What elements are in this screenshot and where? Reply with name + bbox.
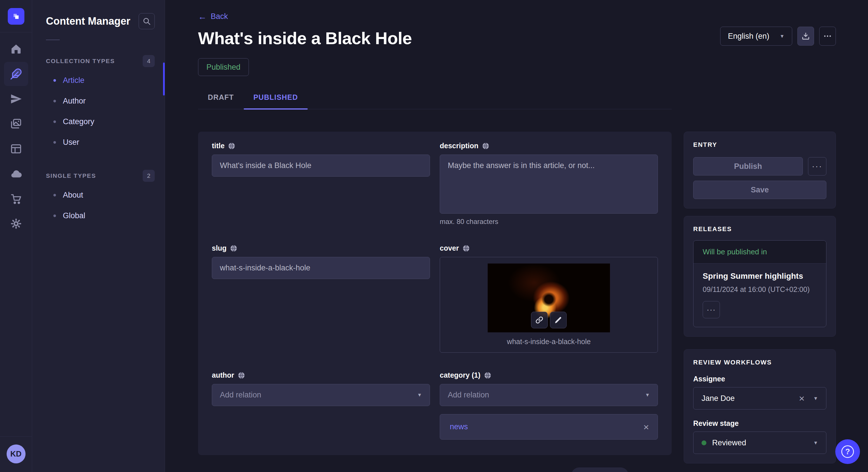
- globe-icon: [482, 142, 489, 150]
- entry-panel-title: ENTRY: [693, 141, 826, 148]
- strapi-logo[interactable]: [8, 8, 24, 25]
- side-panel-column: ENTRY Publish ··· Save RELEASES Will be …: [684, 132, 836, 463]
- category-placeholder: Add relation: [448, 391, 489, 400]
- locale-value: English (en): [728, 32, 769, 41]
- media-library-icon[interactable]: [8, 116, 24, 132]
- assignee-combobox[interactable]: Jane Doe × ▼: [693, 387, 826, 409]
- field-description: description Maybe the answer is in this …: [440, 142, 658, 226]
- cover-filename: what-s-inside-a-black-hole: [507, 338, 591, 346]
- sidebar-item-label: Global: [63, 211, 85, 220]
- single-types-section: SINGLE TYPES 2 About Global: [46, 170, 155, 226]
- slug-label: slug: [212, 244, 226, 252]
- bullet-icon: [53, 194, 56, 196]
- globe-icon: [484, 372, 491, 379]
- field-author: author Add relation ▼: [212, 371, 430, 440]
- header-more-button[interactable]: [819, 27, 836, 45]
- field-category: category (1) Add relation ▼ news ×: [440, 371, 658, 440]
- sidebar-item-label: Category: [63, 117, 94, 126]
- sidebar-divider: [46, 40, 60, 40]
- back-label: Back: [211, 12, 228, 21]
- category-relation-combobox[interactable]: Add relation ▼: [440, 384, 658, 406]
- author-placeholder: Add relation: [220, 391, 261, 400]
- content-manager-icon[interactable]: [8, 66, 24, 82]
- relation-link-news[interactable]: news: [450, 423, 468, 431]
- question-mark-icon: ?: [841, 445, 854, 458]
- globe-icon: [230, 245, 237, 252]
- review-workflows-panel: REVIEW WORKFLOWS Assignee Jane Doe × ▼ R…: [684, 349, 836, 463]
- assignee-label: Assignee: [693, 375, 826, 383]
- version-tabs: DRAFT PUBLISHED: [198, 93, 672, 109]
- settings-gear-icon[interactable]: [8, 216, 24, 232]
- chevron-down-icon: ▼: [813, 396, 818, 401]
- description-textarea[interactable]: Maybe the answer is in this article, or …: [440, 155, 658, 214]
- sidebar-item-category[interactable]: Category: [46, 111, 155, 132]
- sidebar-item-label: Author: [63, 97, 86, 105]
- back-arrow-icon: ←: [198, 12, 207, 21]
- remove-relation-icon[interactable]: ×: [643, 422, 649, 432]
- title-input[interactable]: What's inside a Black Hole: [212, 155, 430, 177]
- bullet-icon: [53, 79, 56, 82]
- rail-divider: [0, 32, 32, 32]
- sidebar-item-label: User: [63, 138, 79, 147]
- single-types-count-badge: 2: [143, 170, 155, 182]
- review-stage-combobox[interactable]: Reviewed ▼: [693, 432, 826, 454]
- save-button[interactable]: Save: [693, 181, 826, 199]
- entry-form-card: title What's inside a Black Hole descrip…: [198, 132, 672, 455]
- collection-types-count-badge: 4: [143, 55, 155, 67]
- bullet-icon: [53, 214, 56, 217]
- release-status: Will be published in: [693, 241, 826, 264]
- releases-panel: RELEASES Will be published in Spring Sum…: [684, 216, 836, 337]
- author-relation-combobox[interactable]: Add relation ▼: [212, 384, 430, 406]
- sidebar-item-global[interactable]: Global: [46, 205, 155, 226]
- author-label: author: [212, 371, 234, 379]
- slug-input[interactable]: what-s-inside-a-black-hole: [212, 257, 430, 279]
- bullet-icon: [53, 121, 56, 123]
- back-link[interactable]: ← Back: [198, 12, 228, 21]
- release-card: Will be published in Spring Summer highl…: [693, 240, 826, 327]
- tab-published[interactable]: PUBLISHED: [244, 93, 308, 109]
- rail-bottom-divider: [0, 436, 32, 437]
- deploy-cloud-icon[interactable]: [8, 166, 24, 182]
- chevron-down-icon: ▼: [780, 34, 784, 39]
- sidebar-item-label: Article: [63, 76, 84, 85]
- single-types-label: SINGLE TYPES: [46, 172, 96, 179]
- review-panel-title: REVIEW WORKFLOWS: [693, 359, 826, 366]
- download-icon: [801, 32, 810, 41]
- marketplace-cart-icon[interactable]: [8, 191, 24, 207]
- sidebar-item-about[interactable]: About: [46, 185, 155, 205]
- page-title: What's inside a Black Hole: [198, 28, 412, 48]
- clear-assignee-icon[interactable]: ×: [799, 394, 805, 403]
- category-relation-item: news ×: [440, 414, 658, 440]
- edit-cover-button[interactable]: [550, 312, 567, 328]
- export-button[interactable]: [797, 27, 814, 45]
- sidebar-item-article[interactable]: Article: [46, 70, 155, 91]
- description-label: description: [440, 142, 478, 150]
- user-avatar[interactable]: KD: [7, 444, 26, 463]
- publish-button[interactable]: Publish: [693, 157, 803, 175]
- home-icon[interactable]: [8, 41, 24, 57]
- sidebar-item-user[interactable]: User: [46, 132, 155, 153]
- locale-select[interactable]: English (en) ▼: [720, 27, 792, 45]
- content-type-builder-icon[interactable]: [8, 141, 24, 157]
- copy-link-button[interactable]: [531, 312, 548, 328]
- chevron-down-icon: ▼: [417, 393, 422, 398]
- sidebar-item-author[interactable]: Author: [46, 91, 155, 111]
- cover-label: cover: [440, 244, 459, 252]
- releases-panel-title: RELEASES: [693, 225, 826, 233]
- search-button[interactable]: [138, 13, 155, 29]
- entry-more-button[interactable]: ···: [808, 157, 826, 175]
- collection-types-section: COLLECTION TYPES 4 Article Author Catego…: [46, 55, 155, 153]
- help-button[interactable]: ?: [835, 439, 860, 464]
- tab-draft[interactable]: DRAFT: [198, 93, 244, 109]
- releases-icon[interactable]: [8, 91, 24, 107]
- release-more-button[interactable]: ···: [703, 301, 720, 318]
- entry-panel: ENTRY Publish ··· Save: [684, 132, 836, 208]
- link-icon: [535, 316, 544, 324]
- status-badge: Published: [198, 58, 249, 76]
- globe-icon: [462, 245, 470, 252]
- scroll-hidden-button[interactable]: [571, 467, 629, 472]
- app-root: KD Content Manager COLLECTION TYPES 4 Ar…: [0, 0, 868, 472]
- assignee-value: Jane Doe: [702, 394, 735, 403]
- stage-value: Reviewed: [712, 438, 746, 447]
- sidebar-scrollbar-thumb[interactable]: [163, 63, 165, 96]
